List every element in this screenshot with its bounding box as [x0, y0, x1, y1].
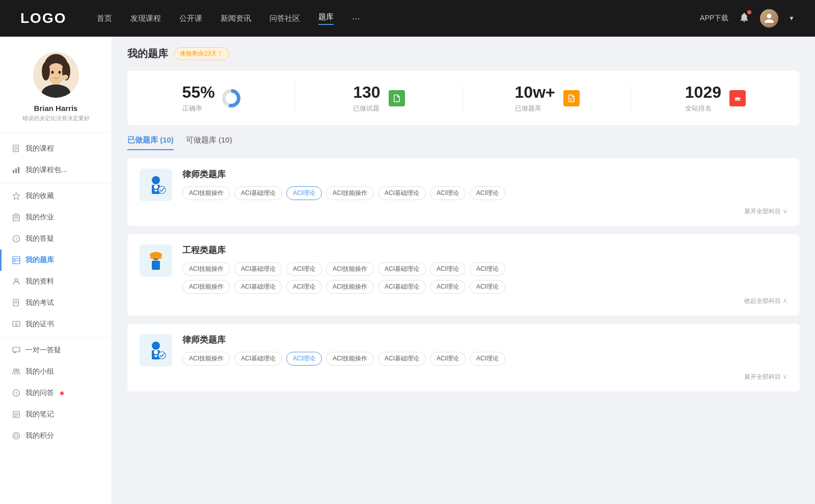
tags-footer-engineer-1: 收起全部科目 ∧ — [182, 297, 787, 305]
tab-done[interactable]: 已做题库 (10) — [127, 135, 174, 150]
svg-rect-14 — [13, 170, 14, 173]
sidebar-item-homework[interactable]: 我的作业 — [0, 207, 112, 228]
tag-lawyer-2-0[interactable]: ACI技能操作 — [182, 352, 230, 366]
tag-eng-2-5[interactable]: ACI理论 — [430, 280, 466, 294]
tag-eng-2-4[interactable]: ACI基础理论 — [378, 280, 426, 294]
tag-lawyer-1-3[interactable]: ACI技能操作 — [326, 186, 374, 200]
notes-stat-icon — [388, 89, 406, 107]
tag-lawyer-2-3[interactable]: ACI技能操作 — [326, 352, 374, 366]
tag-eng-2-3[interactable]: ACI技能操作 — [326, 280, 374, 294]
stat-banks-text: 10w+ 已做题库 — [515, 83, 555, 113]
svg-rect-49 — [735, 100, 741, 101]
qbank-card-header-engineer-1: 工程类题库 ACI技能操作 ACI基础理论 ACI理论 ACI技能操作 ACI基… — [140, 244, 787, 305]
person-icon — [12, 277, 20, 286]
expand-lawyer-2[interactable]: 展开全部科目 ∨ — [744, 373, 787, 381]
nav-discover[interactable]: 发现课程 — [130, 14, 161, 23]
sidebar-item-qa[interactable]: ? 我的答疑 — [0, 228, 112, 249]
nav-open-course[interactable]: 公开课 — [179, 14, 202, 23]
tag-lawyer-2-5[interactable]: ACI理论 — [430, 352, 466, 366]
user-avatar[interactable] — [760, 9, 778, 27]
tag-eng-2-1[interactable]: ACI基础理论 — [234, 280, 282, 294]
notification-bell[interactable] — [739, 12, 750, 25]
user-dropdown-arrow[interactable]: ▼ — [789, 15, 795, 22]
notes-icon-box — [389, 90, 405, 106]
donut-chart — [222, 89, 240, 107]
sidebar-item-course-pack[interactable]: 我的课程包... — [0, 159, 112, 181]
expand-lawyer-1[interactable]: 展开全部科目 ∨ — [744, 207, 787, 216]
bank-icon-box — [563, 90, 580, 106]
sidebar-label-one-on-one: 一对一答疑 — [25, 346, 61, 355]
sidebar-label-points: 我的积分 — [25, 431, 54, 440]
sidebar-label-exam: 我的考试 — [25, 298, 54, 307]
sidebar-item-favorites[interactable]: 我的收藏 — [0, 185, 112, 207]
sidebar: Brian Harris 错误的决定比没有决定要好 我的课程 我的课程包... — [0, 37, 112, 504]
sidebar-item-points[interactable]: 我的积分 — [0, 425, 112, 446]
nav-more[interactable]: ··· — [352, 13, 360, 24]
sidebar-item-group[interactable]: 我的小组 — [0, 361, 112, 382]
page-title: 我的题库 — [127, 47, 168, 61]
tag-lawyer-1-4[interactable]: ACI基础理论 — [378, 186, 426, 200]
tag-eng-1-4[interactable]: ACI基础理论 — [378, 262, 426, 276]
navbar-logo[interactable]: LOGO — [20, 10, 66, 26]
tag-eng-1-2[interactable]: ACI理论 — [286, 262, 322, 276]
tag-eng-1-3[interactable]: ACI技能操作 — [326, 262, 374, 276]
tag-eng-1-1[interactable]: ACI基础理论 — [234, 262, 282, 276]
sidebar-item-answer[interactable]: ? 我的问答 — [0, 382, 112, 404]
chat-icon — [12, 346, 20, 354]
svg-point-50 — [152, 176, 160, 184]
svg-rect-58 — [150, 257, 162, 259]
stat-banks-done: 10w+ 已做题库 — [464, 83, 632, 113]
page-wrapper: Brian Harris 错误的决定比没有决定要好 我的课程 我的课程包... — [0, 37, 815, 504]
qbank-name-engineer-1: 工程类题库 — [182, 244, 787, 256]
tag-eng-2-2[interactable]: ACI理论 — [286, 280, 322, 294]
nav-home[interactable]: 首页 — [97, 14, 112, 23]
qbank-body-engineer-1: 工程类题库 ACI技能操作 ACI基础理论 ACI理论 ACI技能操作 ACI基… — [182, 244, 787, 305]
tag-lawyer-2-6[interactable]: ACI理论 — [470, 352, 505, 366]
svg-point-46 — [15, 434, 18, 437]
tab-todo[interactable]: 可做题库 (10) — [186, 135, 232, 150]
sidebar-item-notes[interactable]: 我的笔记 — [0, 404, 112, 425]
tag-lawyer-1-6[interactable]: ACI理论 — [470, 186, 505, 200]
sidebar-item-qbank[interactable]: 我的题库 — [0, 249, 112, 271]
collapse-engineer-1[interactable]: 收起全部科目 ∧ — [744, 297, 787, 305]
tag-lawyer-1-1[interactable]: ACI基础理论 — [234, 186, 282, 200]
sidebar-item-exam[interactable]: 我的考试 — [0, 292, 112, 314]
profile-motto: 错误的决定比没有决定要好 — [14, 115, 98, 122]
tag-eng-1-5[interactable]: ACI理论 — [430, 262, 466, 276]
tag-eng-1-6[interactable]: ACI理论 — [470, 262, 505, 276]
rank-icon-box — [729, 90, 746, 106]
tag-lawyer-1-0[interactable]: ACI技能操作 — [182, 186, 230, 200]
app-download-btn[interactable]: APP下载 — [700, 14, 728, 23]
tag-lawyer-2-1[interactable]: ACI基础理论 — [234, 352, 282, 366]
tag-lawyer-2-2[interactable]: ACI理论 — [286, 352, 322, 366]
svg-point-61 — [154, 350, 158, 354]
qbank-body-lawyer-2: 律师类题库 ACI技能操作 ACI基础理论 ACI理论 ACI技能操作 ACI基… — [182, 334, 787, 381]
qbank-card-header-lawyer-2: 律师类题库 ACI技能操作 ACI基础理论 ACI理论 ACI技能操作 ACI基… — [140, 334, 787, 381]
tag-lawyer-2-4[interactable]: ACI基础理论 — [378, 352, 426, 366]
svg-point-8 — [58, 71, 61, 74]
table-icon — [12, 256, 20, 264]
group-icon — [12, 368, 20, 376]
tags-section-engineer-row2: ACI技能操作 ACI基础理论 ACI理论 ACI技能操作 ACI基础理论 AC… — [182, 280, 787, 294]
question-icon: ? — [12, 235, 20, 243]
tags-footer-lawyer-1: 展开全部科目 ∨ — [182, 203, 787, 216]
tag-lawyer-1-5[interactable]: ACI理论 — [430, 186, 466, 200]
tag-eng-2-6[interactable]: ACI理论 — [470, 280, 505, 294]
navbar-nav: 首页 发现课程 公开课 新闻资讯 问答社区 题库 ··· — [97, 12, 700, 25]
sidebar-label-qa: 我的答疑 — [25, 234, 54, 243]
tags-section-engineer-row1: ACI技能操作 ACI基础理论 ACI理论 ACI技能操作 ACI基础理论 AC… — [182, 262, 787, 276]
sidebar-label-cert: 我的证书 — [25, 320, 54, 329]
tag-eng-2-0[interactable]: ACI技能操作 — [182, 280, 230, 294]
nav-qa[interactable]: 问答社区 — [269, 14, 300, 23]
sidebar-item-data[interactable]: 我的资料 — [0, 271, 112, 292]
tag-lawyer-1-2[interactable]: ACI理论 — [286, 186, 322, 200]
svg-rect-18 — [13, 215, 19, 221]
sidebar-item-one-on-one[interactable]: 一对一答疑 — [0, 340, 112, 361]
sidebar-item-cert[interactable]: 我的证书 — [0, 314, 112, 335]
tag-eng-1-0[interactable]: ACI技能操作 — [182, 262, 230, 276]
sidebar-item-my-course[interactable]: 我的课程 — [0, 138, 112, 159]
nav-news[interactable]: 新闻资讯 — [221, 14, 251, 23]
stat-accuracy-label: 正确率 — [182, 104, 215, 113]
svg-point-33 — [15, 323, 17, 325]
nav-qbank[interactable]: 题库 — [318, 12, 334, 25]
